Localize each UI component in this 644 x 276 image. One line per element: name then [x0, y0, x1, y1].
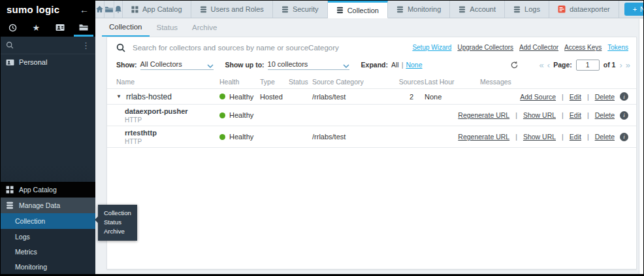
new-button-label: New — [640, 5, 644, 13]
sidebar-item-personal[interactable]: Personal — [1, 54, 95, 70]
sidebar-item-monitoring[interactable]: Monitoring — [1, 259, 95, 274]
delete-link[interactable]: Delete — [595, 111, 615, 119]
new-button[interactable]: + New — [624, 3, 644, 16]
upgrade-collectors-link[interactable]: Upgrade Collectors — [457, 44, 513, 51]
source-name[interactable]: rrtesthttp — [125, 129, 219, 137]
star-glyph: ★ — [33, 23, 40, 33]
prev-page-icon[interactable]: ‹ — [547, 60, 549, 70]
next-page-icon[interactable]: › — [619, 60, 621, 70]
sidebar-item-collection[interactable]: Collection — [1, 213, 95, 229]
collapse-row-icon[interactable]: ▼ — [116, 94, 121, 99]
collector-links: Setup Wizard Upgrade Collectors Add Coll… — [412, 44, 628, 51]
tab-monitoring[interactable]: Monitoring — [388, 1, 450, 18]
source-name[interactable]: dataexport-pusher — [125, 107, 219, 115]
main-area: App Catalog Users and Roles Security Col… — [95, 1, 643, 274]
show-select[interactable]: All Collectors — [140, 60, 214, 70]
access-keys-link[interactable]: Access Keys — [564, 44, 602, 51]
tab-users-and-roles[interactable]: Users and Roles — [191, 1, 273, 18]
database-icon — [513, 6, 521, 13]
health-value: Healthy — [229, 93, 253, 101]
setup-wizard-link[interactable]: Setup Wizard — [412, 44, 451, 51]
first-page-icon[interactable]: « — [539, 60, 543, 70]
sidebar-item-logs[interactable]: Logs — [1, 229, 95, 244]
delete-link[interactable]: Delete — [595, 93, 615, 101]
tokens-link[interactable]: Tokens — [607, 44, 628, 51]
sidebar-item-manage-data[interactable]: Manage Data — [1, 198, 95, 213]
health-value: Healthy — [229, 111, 253, 119]
sidebar-item-metrics[interactable]: Metrics — [1, 244, 95, 259]
sidebar-item-app-catalog[interactable]: App Catalog — [1, 182, 95, 198]
database-icon — [336, 7, 344, 14]
regenerate-url-link[interactable]: Regenerate URL — [458, 111, 509, 119]
library-icon[interactable] — [48, 18, 72, 37]
tab-label: Monitoring — [408, 5, 441, 13]
overflow-menu-icon[interactable]: ⋮ — [82, 41, 90, 50]
col-name: Name — [116, 78, 219, 86]
sidebar-search[interactable]: ⋮ — [1, 37, 95, 54]
subtab-collection[interactable]: Collection — [102, 18, 150, 37]
info-icon[interactable]: i — [620, 111, 628, 120]
refresh-icon[interactable] — [510, 61, 519, 69]
regenerate-url-link[interactable]: Regenerate URL — [458, 133, 509, 141]
info-icon[interactable]: i — [620, 92, 628, 101]
flyout-item-archive[interactable]: Archive — [104, 227, 131, 236]
col-health: Health — [219, 78, 260, 86]
flyout-item-collection[interactable]: Collection — [104, 209, 131, 218]
recents-icon[interactable] — [1, 18, 24, 37]
brand-logo: sumo logic — [7, 4, 59, 15]
delete-link[interactable]: Delete — [595, 133, 615, 141]
collapse-sidebar-icon[interactable]: ← — [80, 5, 89, 15]
chevron-down-icon — [207, 64, 214, 68]
subtab-status[interactable]: Status — [150, 18, 185, 37]
manage-data-flyout: Collection Status Archive — [98, 205, 137, 241]
show-select-value: All Collectors — [140, 60, 182, 68]
subtab-archive[interactable]: Archive — [185, 18, 224, 37]
row-actions: Add Source Edit Delete i — [520, 92, 628, 101]
folder-icon[interactable] — [105, 1, 114, 18]
sidebar-icon-nav: ★ — [1, 18, 95, 37]
collectors-card: Search for collectors and sources by nam… — [106, 37, 637, 269]
add-collector-link[interactable]: Add Collector — [519, 44, 558, 51]
home-icon[interactable] — [95, 1, 105, 18]
edit-link[interactable]: Edit — [570, 93, 581, 101]
tab-account[interactable]: Account — [450, 1, 505, 18]
type-value: Hosted — [260, 93, 289, 101]
last-hour-value: None — [425, 93, 480, 101]
subtab-label: Archive — [192, 24, 217, 31]
search-icon — [116, 43, 125, 52]
tab-security[interactable]: Security — [273, 1, 328, 18]
flyout-item-status[interactable]: Status — [104, 218, 131, 227]
search-input[interactable]: Search for collectors and sources by nam… — [133, 44, 412, 52]
separator — [587, 93, 589, 101]
table-row-collector: ▼ rrlabs-hosted Healthy Hosted /rrlabs/t… — [107, 88, 636, 104]
tab-logs[interactable]: Logs — [505, 1, 549, 18]
collection-subtabs: Collection Status Archive — [95, 18, 643, 37]
show-up-to-select[interactable]: 10 collectors — [268, 60, 349, 70]
page-input[interactable] — [576, 60, 600, 71]
last-page-icon[interactable]: » — [626, 60, 630, 70]
tab-collection[interactable]: Collection — [328, 1, 388, 18]
separator — [515, 133, 517, 141]
col-sources: Sources — [398, 78, 425, 86]
edit-link[interactable]: Edit — [570, 133, 581, 141]
info-icon[interactable]: i — [620, 133, 628, 141]
collector-name[interactable]: rrlabs-hosted — [126, 92, 172, 101]
edit-link[interactable]: Edit — [570, 111, 581, 119]
grid-icon — [131, 6, 138, 13]
tab-label: App Catalog — [142, 5, 182, 13]
show-up-to-label: Show up to: — [225, 61, 265, 69]
tab-label: Collection — [347, 7, 379, 14]
expand-all-link[interactable]: All — [391, 61, 399, 69]
folders-icon[interactable] — [72, 18, 95, 37]
tab-label: Security — [293, 5, 319, 13]
show-url-link[interactable]: Show URL — [523, 111, 556, 119]
show-url-link[interactable]: Show URL — [523, 133, 556, 141]
favorites-icon[interactable]: ★ — [24, 18, 48, 37]
bell-icon[interactable] — [114, 1, 123, 18]
healthy-dot-icon — [219, 134, 225, 140]
add-source-link[interactable]: Add Source — [520, 93, 556, 101]
tab-dataexporter[interactable]: dataexporter — [549, 1, 619, 18]
tab-app-catalog[interactable]: App Catalog — [123, 1, 191, 18]
expand-none-link[interactable]: None — [406, 61, 422, 69]
database-icon — [6, 201, 14, 209]
